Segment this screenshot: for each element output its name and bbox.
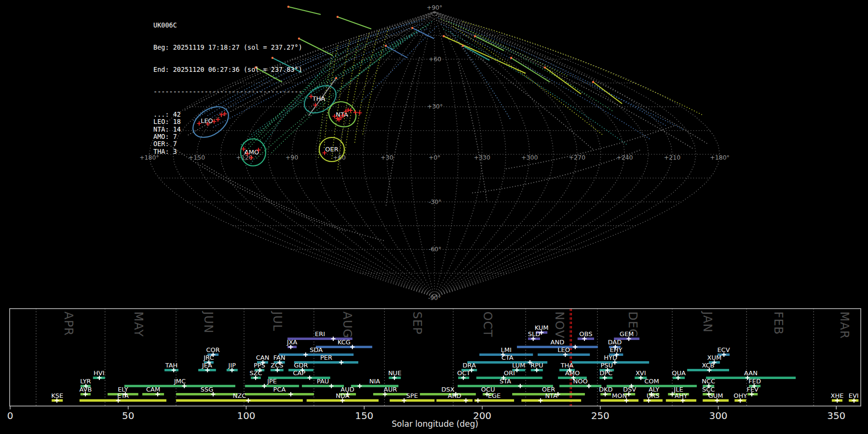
shower-bar-JMC: [124, 385, 235, 387]
shower-label-COM: COM: [644, 378, 659, 385]
lon-label: +270: [569, 154, 585, 161]
shower-label-ETA: ETA: [117, 392, 129, 399]
meteor-track: [463, 22, 704, 116]
shower-label-OCT: OCT: [457, 369, 470, 377]
meteor-track: [354, 31, 379, 145]
peak-marker-AND: [573, 345, 577, 349]
x-tick-label: 350: [827, 410, 845, 421]
shower-label-NOO: NOO: [573, 378, 588, 385]
shower-label-HYD: HYD: [604, 354, 617, 361]
shower-label-QUA: QUA: [672, 369, 686, 377]
peak-marker-CAP: [308, 376, 312, 380]
shower-label-OHY: OHY: [733, 392, 747, 399]
shower-bar-AUR: [373, 393, 407, 395]
count-AMO: AMO: 7: [153, 133, 302, 140]
shower-bar-NOO: [559, 385, 601, 387]
month-label-NOV: NOV: [553, 312, 566, 339]
peak-marker-NTA: [538, 398, 542, 403]
lat-label: -30°: [429, 198, 442, 205]
lon-label: +330: [474, 154, 490, 161]
meteor-begin-dot: [474, 35, 476, 37]
month-label-JUN: JUN: [202, 311, 215, 334]
shower-label-JEA: JEA: [202, 362, 212, 369]
month-label-JAN: JAN: [701, 311, 714, 333]
month-label-MAR: MAR: [838, 312, 851, 339]
shower-label-NUE: NUE: [388, 369, 401, 377]
shower-label-JPE: JPE: [267, 378, 277, 385]
meteor-segment: [593, 82, 622, 104]
meteor-analysis-screen: { "header": { "station": "UK006C", "beg_…: [0, 0, 868, 434]
shower-label-GUM: GUM: [708, 392, 723, 399]
shower-label-JIP: JIP: [228, 362, 236, 369]
month-label-FEB: FEB: [772, 312, 785, 335]
shower-label-NIA: NIA: [369, 378, 380, 385]
meteor-track: [441, 19, 569, 77]
header-info: UK006C Beg: 20251119 17:18:27 (sol = 237…: [153, 7, 302, 163]
shower-bar-STA: [458, 385, 553, 387]
shower-label-TAH: TAH: [165, 362, 178, 369]
peak-marker-ARD: [464, 398, 468, 403]
lon-label: +210: [664, 154, 680, 161]
shower-label-DPC: DPC: [599, 369, 612, 377]
lon-label: +300: [521, 154, 538, 161]
peak-marker-STA: [518, 384, 522, 388]
shower-label-CAM: CAM: [146, 386, 160, 393]
peak-marker-JPE: [262, 384, 267, 388]
begin-time: Beg: 20251119 17:18:27 (sol = 237.27°): [153, 44, 302, 51]
meteor-plus-marker: [358, 111, 362, 115]
lon-label: +60: [333, 154, 346, 161]
shower-label-SZC: SZC: [249, 369, 262, 377]
shower-label-KSE: KSE: [51, 392, 63, 399]
radiant-sky-map: +180°+150+120+90+60+30+0°+330+300+270+24…: [0, 0, 868, 304]
shower-label-RPU: RPU: [530, 362, 543, 369]
count-NTA: NTA: 14: [153, 126, 302, 133]
shower-label-NZC: NZC: [233, 392, 246, 399]
month-label-OCT: OCT: [481, 312, 494, 337]
shower-label-AMO: AMO: [565, 369, 580, 377]
shower-bar-PAU: [302, 385, 344, 387]
shower-label-JRC: JRC: [203, 354, 214, 361]
shower-bar-NTA: [521, 399, 581, 402]
shower-label-ZCS: ZCS: [271, 362, 283, 369]
shower-label-PCA: PCA: [273, 386, 286, 393]
activity-timeline: APRMAYJUNJULAUGSEPOCTNOVDECJANFEBMARKUME…: [0, 304, 868, 434]
meteor-begin-dot: [544, 67, 546, 68]
peak-marker-ERI: [331, 337, 336, 341]
shower-counts: ...: 42LEO: 18NTA: 14AMO: 7OER: 7THA: 3: [153, 111, 302, 155]
lon-label: +0°: [429, 154, 441, 161]
shower-bar-SSG: [176, 393, 238, 395]
meteor-begin-dot: [335, 77, 337, 79]
shower-label-CTA: CTA: [502, 354, 514, 361]
lon-label: +240: [616, 154, 633, 161]
station-id: UK006C: [153, 22, 302, 29]
shower-label-NCC: NCC: [702, 378, 715, 385]
shower-label-JMC: JMC: [174, 378, 186, 385]
peak-marker-NZC: [246, 398, 250, 403]
shower-bar-URS: [643, 399, 663, 402]
shower-label-PER: PER: [320, 354, 332, 361]
meteor-begin-dot: [592, 81, 594, 83]
x-tick-label: 100: [237, 410, 255, 421]
meteor-track: [453, 27, 603, 135]
shower-label-ECV: ECV: [717, 346, 730, 353]
shower-label-SPE: SPE: [406, 392, 418, 399]
shower-label-LYR: LYR: [80, 378, 91, 385]
shower-label-XUM: XUM: [707, 354, 722, 361]
month-label-AUG: AUG: [340, 312, 354, 339]
shower-label-PSU: PSU: [600, 362, 613, 369]
shower-label-EVI: EVI: [849, 392, 859, 399]
shower-bar-TAH: [164, 369, 178, 371]
shower-label-SDA: SDA: [310, 346, 323, 353]
meteor-track: [345, 34, 369, 154]
meteor-begin-dot: [462, 45, 464, 47]
meteor-track: [338, 22, 432, 92]
shower-label-DAD: DAD: [608, 339, 622, 346]
x-tick-label: 300: [709, 410, 727, 421]
meteor-track: [458, 29, 685, 130]
shower-label-FED: FED: [748, 378, 761, 385]
shower-label-MON: MON: [612, 392, 627, 399]
radiant-label-THA: THA: [312, 95, 326, 102]
shower-label-GDR: GDR: [294, 362, 308, 369]
shower-label-AVB: AVB: [79, 386, 92, 393]
south-pole-label: -90°: [428, 294, 441, 301]
